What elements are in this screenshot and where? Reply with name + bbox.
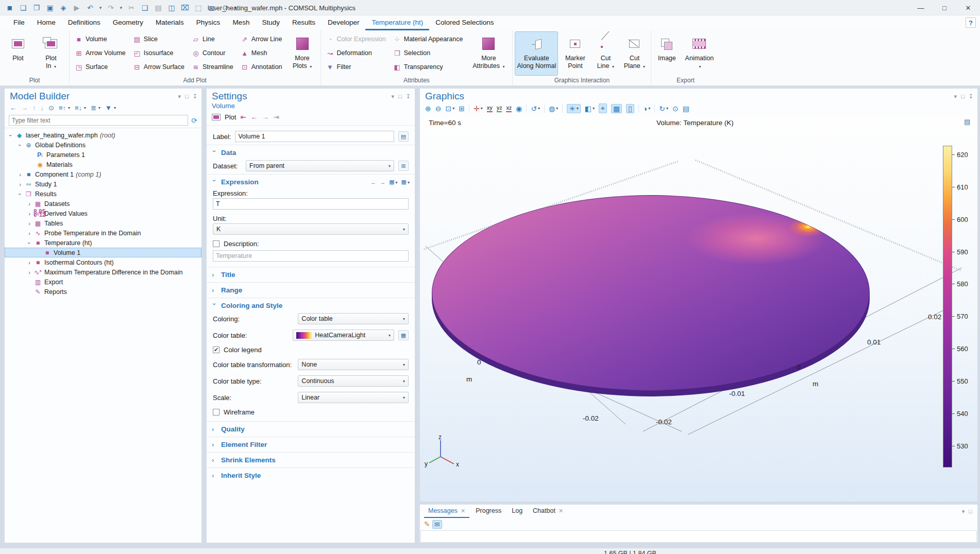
- unit-select[interactable]: K▾: [213, 223, 409, 235]
- section-quality[interactable]: › Quality: [207, 422, 415, 437]
- expander-icon[interactable]: ›: [26, 239, 32, 247]
- tab-log[interactable]: Log: [508, 505, 527, 518]
- tree-item-max-temp-difference[interactable]: ›∿*Maximum Temperature Difference in the…: [5, 267, 201, 277]
- tab-results[interactable]: Results: [286, 15, 322, 30]
- mail-icon[interactable]: ✉: [432, 520, 442, 529]
- tab-developer[interactable]: Developer: [322, 15, 366, 30]
- paste-icon[interactable]: ▤: [153, 2, 164, 13]
- toggle-axis-orientation-icon[interactable]: ⌖: [599, 103, 607, 113]
- tab-chatbot[interactable]: Chatbot✕: [529, 505, 567, 518]
- section-range[interactable]: › Range: [207, 283, 415, 298]
- evaluate-along-normal-button[interactable]: Evaluate Along Normal: [515, 31, 558, 76]
- tab-messages[interactable]: Messages✕: [424, 505, 469, 518]
- panel-float-icon[interactable]: □: [398, 93, 402, 100]
- color-legend-checkbox[interactable]: [213, 347, 219, 353]
- plot-area[interactable]: Time=60 s Volume: Temperature (K) ▤ 620 …: [420, 116, 977, 501]
- expander-icon[interactable]: ›: [25, 220, 33, 227]
- maximize-icon[interactable]: □: [933, 0, 956, 15]
- arrow-volume-button[interactable]: ⊞Arrow Volume: [72, 47, 129, 59]
- tree-item-isothermal-contours[interactable]: ›■Isothermal Contours (ht): [5, 257, 201, 267]
- panel-float-icon[interactable]: □: [969, 508, 972, 515]
- section-data[interactable]: › Data: [207, 145, 415, 160]
- tree-item-export[interactable]: ▥Export: [5, 277, 201, 287]
- color-table-type-select[interactable]: Continuous▾: [298, 375, 409, 387]
- expander-icon[interactable]: ›: [25, 259, 33, 266]
- plot-previous-icon[interactable]: ←: [250, 113, 258, 121]
- tab-physics[interactable]: Physics: [190, 15, 227, 30]
- minimize-icon[interactable]: —: [909, 0, 933, 15]
- expander-icon[interactable]: ›: [25, 211, 33, 217]
- tree-item-probe-temperature[interactable]: ›∿Probe Temperature in the Domain: [5, 228, 201, 238]
- run-icon[interactable]: ▶: [71, 2, 82, 13]
- tree-item-temperature-ht[interactable]: ›■Temperature (ht): [5, 238, 201, 248]
- panel-menu-icon[interactable]: ▾: [178, 93, 181, 100]
- tree-item-parameters[interactable]: PiParameters 1: [5, 150, 201, 160]
- expander-icon[interactable]: ›: [25, 230, 33, 236]
- marker-point-button[interactable]: Marker Point: [559, 31, 591, 76]
- more-attributes-button[interactable]: More Attributes ▾: [467, 31, 510, 76]
- rotate-icon[interactable]: ↺▾: [531, 105, 540, 113]
- save-as-icon[interactable]: ◈: [58, 2, 69, 13]
- help-icon[interactable]: ?: [966, 18, 976, 28]
- tree-item-component[interactable]: ›■Component 1(comp 1): [5, 169, 201, 179]
- view-xz-icon[interactable]: xz: [506, 105, 512, 112]
- new-file-icon[interactable]: ❏: [18, 2, 29, 13]
- tab-definitions[interactable]: Definitions: [62, 15, 107, 30]
- wireframe-checkbox[interactable]: [213, 409, 219, 416]
- more-plots-button[interactable]: More Plots ▾: [286, 31, 318, 76]
- collapse-all-icon[interactable]: ≡↓: [75, 104, 82, 112]
- section-inherit-style[interactable]: › Inherit Style: [207, 468, 415, 483]
- plot-last-icon[interactable]: ⇥: [273, 113, 279, 121]
- streamline-button[interactable]: ≋Streamline: [189, 61, 236, 73]
- back-icon[interactable]: ←: [10, 104, 16, 112]
- messages-log[interactable]: [420, 530, 977, 543]
- view-cube-icon[interactable]: ◧▾: [585, 105, 595, 113]
- go-to-view-icon[interactable]: ✛▾: [474, 105, 483, 113]
- move-up-icon[interactable]: ↑: [32, 104, 36, 112]
- zoom-out-icon[interactable]: ⊖: [435, 105, 442, 113]
- undo-caret-icon[interactable]: ▾: [98, 2, 103, 13]
- filter-icon[interactable]: ▼: [105, 104, 112, 112]
- toggle-grid-icon[interactable]: ▦: [611, 104, 622, 113]
- refresh-icon[interactable]: ⟳: [191, 116, 197, 125]
- show-icon[interactable]: ⊙: [48, 104, 54, 112]
- cut-line-button[interactable]: Cut Line ▾: [592, 31, 619, 76]
- label-options-icon[interactable]: ▤: [398, 131, 409, 142]
- section-shrink-elements[interactable]: › Shrink Elements: [207, 453, 415, 468]
- cut-icon[interactable]: ✂: [126, 2, 137, 13]
- panel-menu-icon[interactable]: ▾: [954, 93, 957, 100]
- expander-icon[interactable]: ›: [8, 131, 14, 140]
- tree-item-datasets[interactable]: ›▦Datasets: [5, 199, 201, 209]
- scene-light-icon[interactable]: ☀▾: [567, 104, 581, 113]
- color-table-select[interactable]: HeatCameraLight▾: [293, 330, 394, 341]
- image-button[interactable]: Image: [653, 31, 680, 76]
- close-icon[interactable]: ✕: [956, 0, 980, 15]
- close-tab-icon[interactable]: ✕: [559, 508, 563, 514]
- first-person-camera-icon[interactable]: ◉: [516, 105, 522, 113]
- image-effects-icon[interactable]: ◑▾: [643, 105, 650, 113]
- tree-item-materials[interactable]: ◉Materials: [5, 160, 201, 169]
- panel-menu-icon[interactable]: ▾: [962, 508, 965, 515]
- tree-item-results[interactable]: ›❒Results: [5, 189, 201, 199]
- insert-expression-icon[interactable]: ▦▾: [401, 179, 410, 185]
- expander-icon[interactable]: ›: [25, 269, 33, 275]
- close-tab-icon[interactable]: ✕: [461, 508, 465, 514]
- surface-button[interactable]: ◳Surface: [72, 61, 129, 73]
- open-file-icon[interactable]: ❐: [31, 2, 42, 13]
- selection-button[interactable]: ❒Selection: [390, 47, 466, 59]
- plot-first-icon[interactable]: ⇤: [240, 113, 246, 121]
- tab-mesh[interactable]: Mesh: [226, 15, 256, 30]
- dataset-select[interactable]: From parent▾: [246, 160, 394, 171]
- arrow-line-button[interactable]: ⇗Arrow Line: [238, 33, 285, 45]
- contour-button[interactable]: ◎Contour: [189, 47, 236, 59]
- tree-item-study[interactable]: ›∾Study 1: [5, 179, 201, 189]
- copy-icon[interactable]: ❑: [139, 2, 150, 13]
- annotation-button[interactable]: ⊡Annotation: [238, 61, 285, 73]
- panel-float-icon[interactable]: □: [961, 93, 965, 100]
- settings-plot-button[interactable]: Plot: [225, 113, 236, 121]
- scene-settings-icon[interactable]: ◍▾: [549, 105, 558, 113]
- tree-item-tables[interactable]: ›▦Tables: [5, 218, 201, 228]
- plot-button[interactable]: Plot: [2, 31, 34, 76]
- tree-item-derived-values[interactable]: ›8.85e-12Derived Values: [5, 209, 201, 218]
- zoom-in-icon[interactable]: ⊕: [425, 105, 431, 113]
